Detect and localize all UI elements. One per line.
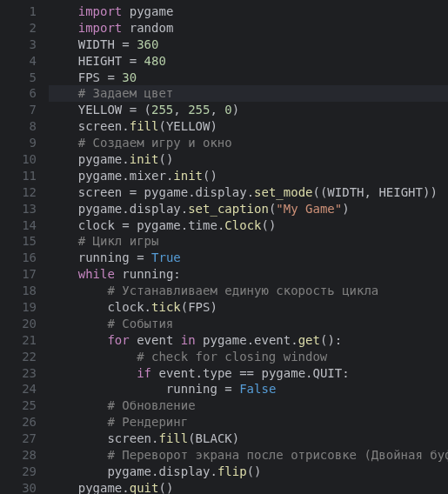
- token-cmt: # Устанавливаем единую скорость цикла: [107, 284, 378, 297]
- token-id: display: [130, 202, 181, 216]
- token-id: WIDTH: [327, 185, 364, 199]
- line-number: 16: [0, 250, 37, 266]
- line-number: 17: [0, 266, 37, 283]
- line-number: 23: [0, 365, 37, 382]
- token-id: YELLOW: [166, 119, 211, 133]
- line-number: 14: [0, 217, 37, 234]
- line-number: 20: [0, 316, 37, 332]
- line-number: 4: [0, 53, 37, 70]
- token-pn: =: [122, 54, 144, 68]
- token-pn: = (: [122, 103, 151, 117]
- token-pn: .: [247, 185, 254, 199]
- token-cmt: # Рендеринг: [107, 415, 188, 429]
- code-line[interactable]: screen = pygame.display.set_mode((WIDTH,…: [49, 184, 448, 201]
- token-pn: .: [144, 300, 151, 314]
- token-id: pygame: [78, 481, 123, 494]
- code-line[interactable]: while running:: [49, 266, 448, 283]
- token-kw: while: [78, 267, 115, 281]
- token-pn: ): [210, 300, 217, 314]
- token-id: event: [158, 366, 195, 380]
- token-id: display: [158, 464, 210, 478]
- code-line[interactable]: # Цикл игры: [49, 233, 448, 250]
- code-line[interactable]: if event.type == pygame.QUIT:: [49, 365, 448, 382]
- code-line[interactable]: clock = pygame.time.Clock(): [49, 217, 448, 234]
- code-editor[interactable]: 1234567891011121314151617181920212223242…: [0, 0, 448, 494]
- token-num: 30: [122, 70, 137, 84]
- code-line[interactable]: pygame.init(): [49, 151, 448, 168]
- token-pn: ): [210, 119, 217, 133]
- token-bool: False: [239, 382, 276, 396]
- token-pn: :: [173, 267, 180, 281]
- token-id: display: [196, 185, 247, 199]
- code-line[interactable]: # Рендеринг: [49, 414, 448, 431]
- token-pn: [196, 333, 203, 347]
- token-id: event: [137, 333, 173, 347]
- token-fn: Clock: [224, 218, 261, 232]
- code-line[interactable]: for event in pygame.event.get():: [49, 332, 448, 349]
- code-area[interactable]: import pygame import random WIDTH = 360 …: [43, 0, 448, 494]
- code-line[interactable]: # Создаем игру и окно: [49, 135, 448, 151]
- token-id: pygame: [261, 366, 305, 380]
- token-id: running: [122, 267, 173, 281]
- line-number: 28: [0, 447, 37, 464]
- token-id: BLACK: [196, 431, 232, 445]
- code-line[interactable]: # События: [49, 316, 448, 332]
- token-cmt: # События: [107, 317, 173, 330]
- token-pn: .: [188, 185, 195, 199]
- code-line[interactable]: pygame.quit(): [49, 480, 448, 494]
- code-line[interactable]: screen.fill(YELLOW): [49, 118, 448, 135]
- code-line[interactable]: pygame.display.set_caption("My Game"): [49, 201, 448, 217]
- line-number: 22: [0, 349, 37, 365]
- token-id: screen: [78, 119, 123, 133]
- line-number: 19: [0, 299, 37, 316]
- code-line[interactable]: # Переворот экрана после отрисовке (Двой…: [49, 447, 448, 464]
- token-kw: import: [78, 21, 123, 35]
- token-id: random: [130, 21, 174, 35]
- token-fn: fill: [158, 431, 188, 445]
- token-cmt: # check for closing window: [137, 350, 327, 364]
- code-line[interactable]: FPS = 30: [49, 70, 448, 86]
- token-bool: True: [151, 250, 181, 264]
- code-line[interactable]: import random: [49, 20, 448, 37]
- token-id: FPS: [188, 300, 210, 314]
- token-id: YELLOW: [78, 103, 123, 117]
- line-number: 7: [0, 102, 37, 118]
- code-line[interactable]: clock.tick(FPS): [49, 299, 448, 316]
- token-pn: .: [305, 366, 312, 380]
- code-line[interactable]: import pygame: [49, 3, 448, 20]
- line-number: 11: [0, 168, 37, 184]
- token-id: HEIGHT: [378, 185, 423, 199]
- token-pn: .: [196, 366, 203, 380]
- token-kw: in: [181, 333, 196, 347]
- code-line[interactable]: # check for closing window: [49, 349, 448, 365]
- code-line[interactable]: YELLOW = (255, 255, 0): [49, 102, 448, 118]
- code-line[interactable]: # Задаем цвет: [49, 85, 448, 102]
- token-cmt: # Обновление: [107, 398, 195, 412]
- code-line[interactable]: pygame.display.flip(): [49, 464, 448, 480]
- token-pn: ,: [364, 185, 379, 199]
- token-pn: .: [122, 169, 129, 183]
- token-id: mixer: [130, 169, 166, 183]
- code-line[interactable]: running = False: [49, 381, 448, 397]
- line-number: 6: [0, 85, 37, 102]
- token-id: HEIGHT: [78, 54, 123, 68]
- token-pn: :: [342, 366, 349, 380]
- code-line[interactable]: running = True: [49, 250, 448, 266]
- token-num: 255: [188, 103, 210, 117]
- token-fn: set_mode: [254, 185, 312, 199]
- token-cmt: # Создаем игру и окно: [78, 136, 232, 150]
- code-line[interactable]: screen.fill(BLACK): [49, 431, 448, 447]
- code-line[interactable]: # Обновление: [49, 397, 448, 414]
- token-fn: init: [173, 169, 203, 183]
- token-pn: [130, 333, 137, 347]
- code-line[interactable]: HEIGHT = 480: [49, 53, 448, 70]
- code-line[interactable]: WIDTH = 360: [49, 37, 448, 53]
- token-kw: import: [78, 4, 123, 18]
- code-line[interactable]: # Устанавливаем единую скорость цикла: [49, 283, 448, 299]
- token-pn: ,: [210, 103, 224, 117]
- line-number: 2: [0, 20, 37, 37]
- token-pn: =: [100, 70, 122, 84]
- token-id: pygame: [203, 333, 247, 347]
- code-line[interactable]: pygame.mixer.init(): [49, 168, 448, 184]
- line-number: 27: [0, 431, 37, 447]
